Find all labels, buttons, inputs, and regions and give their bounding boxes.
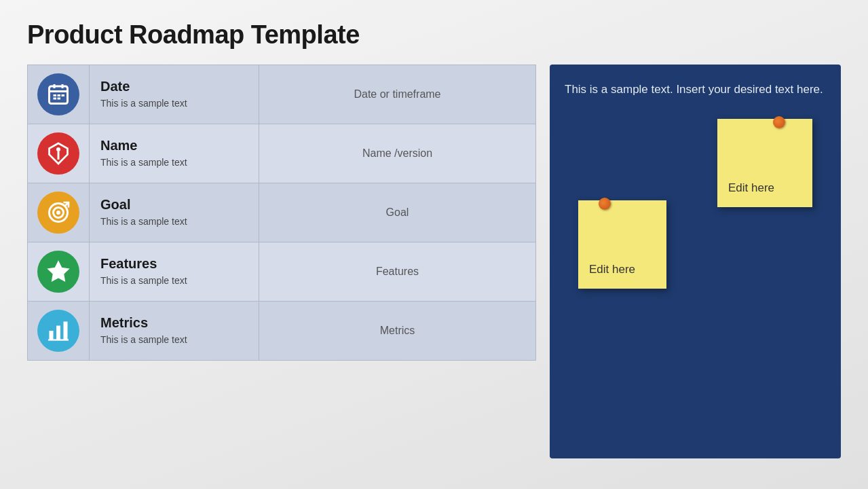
icon-cell-name (28, 124, 89, 183)
row-label-date: Date (100, 79, 248, 94)
page-title: Product Roadmap Template (27, 20, 841, 50)
table-row-date: Date This is a sample text Date or timef… (27, 65, 536, 124)
main-content: Date This is a sample text Date or timef… (27, 65, 841, 458)
svg-rect-4 (54, 94, 57, 96)
row-sublabel-features: This is a sample text (100, 274, 248, 288)
row-sublabel-name: This is a sample text (100, 156, 248, 170)
svg-rect-17 (56, 326, 60, 340)
value-cell-goal: Goal (259, 183, 535, 242)
value-cell-features: Features (259, 242, 535, 301)
label-cell-features: Features This is a sample text (89, 242, 259, 301)
icon-cell-metrics (28, 302, 89, 360)
sticky-note-1-text: Edit here (728, 181, 774, 195)
label-cell-metrics: Metrics This is a sample text (89, 302, 259, 360)
svg-rect-5 (58, 94, 61, 96)
svg-rect-8 (58, 98, 61, 100)
right-panel: This is a sample text. Insert your desir… (550, 65, 841, 458)
row-sublabel-goal: This is a sample text (100, 215, 248, 229)
star-icon (37, 251, 79, 293)
row-label-features: Features (100, 256, 248, 272)
tag-icon (37, 132, 79, 175)
table-row-metrics: Metrics This is a sample text Metrics (27, 301, 536, 361)
table-row-goal: Goal This is a sample text Goal (27, 183, 536, 242)
slide: Product Roadmap Template Date This is a … (0, 0, 868, 489)
roadmap-table: Date This is a sample text Date or timef… (27, 65, 536, 458)
label-cell-date: Date This is a sample text (89, 65, 259, 124)
icon-cell-goal (28, 183, 89, 242)
row-label-name: Name (100, 138, 248, 153)
svg-point-13 (56, 211, 60, 215)
icon-cell-features (28, 242, 89, 301)
svg-rect-16 (50, 331, 54, 340)
sticky-note-1[interactable]: Edit here (717, 119, 812, 207)
calendar-icon (37, 73, 79, 115)
icon-cell-date (28, 65, 89, 124)
row-label-goal: Goal (100, 197, 248, 213)
svg-rect-7 (54, 98, 57, 100)
svg-point-9 (56, 147, 60, 151)
sticky-notes-area: Edit here Edit here (565, 112, 826, 443)
label-cell-goal: Goal This is a sample text (89, 183, 259, 242)
svg-rect-6 (62, 94, 65, 96)
table-row-name: Name This is a sample text Name /version (27, 124, 536, 183)
table-row-features: Features This is a sample text Features (27, 242, 536, 301)
row-sublabel-date: This is a sample text (100, 97, 248, 111)
panel-intro-text: This is a sample text. Insert your desir… (565, 81, 826, 98)
svg-rect-18 (64, 322, 68, 340)
target-icon (37, 192, 79, 234)
sticky-note-2[interactable]: Edit here (578, 200, 666, 289)
value-cell-date: Date or timeframe (259, 65, 535, 124)
value-cell-metrics: Metrics (259, 302, 535, 360)
label-cell-name: Name This is a sample text (89, 124, 259, 183)
sticky-note-2-text: Edit here (589, 263, 635, 276)
value-cell-name: Name /version (259, 124, 535, 183)
chart-icon (37, 310, 79, 352)
svg-marker-15 (48, 261, 69, 281)
row-label-metrics: Metrics (100, 315, 248, 331)
row-sublabel-metrics: This is a sample text (100, 333, 248, 347)
